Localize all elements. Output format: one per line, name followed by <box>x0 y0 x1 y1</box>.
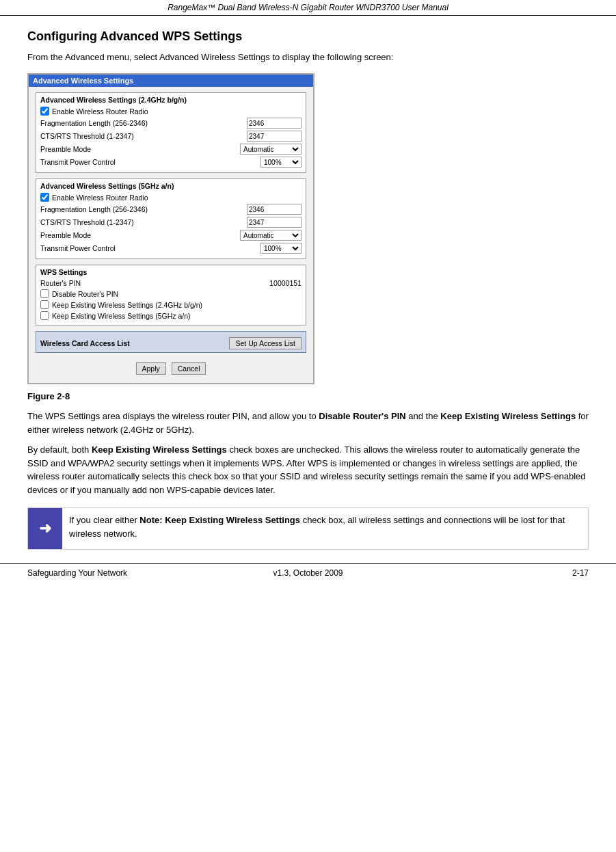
dialog-screenshot: Advanced Wireless Settings Advanced Wire… <box>27 73 314 384</box>
disable-pin-row: Disable Router's PIN <box>40 289 302 298</box>
preamble-24ghz-label: Preamble Mode <box>40 145 240 153</box>
setup-access-list-button[interactable]: Set Up Access List <box>229 337 302 349</box>
page-footer: Safeguarding Your Network v1.3, October … <box>0 563 616 582</box>
enable-5ghz-label: Enable Wireless Router Radio <box>52 194 148 202</box>
keep-24ghz-row: Keep Existing Wireless Settings (2.4GHz … <box>40 300 302 309</box>
section-title: Configuring Advanced WPS Settings <box>27 29 589 44</box>
enable-24ghz-row: Enable Wireless Router Radio <box>40 107 302 116</box>
keep-24ghz-checkbox[interactable] <box>40 300 49 309</box>
frag-24ghz-label: Fragmentation Length (256-2346) <box>40 119 247 127</box>
power-24ghz-select[interactable]: 100% <box>260 157 302 168</box>
preamble-5ghz-label: Preamble Mode <box>40 231 240 239</box>
wps-section: WPS Settings Router's PIN 10000151 Disab… <box>36 265 306 325</box>
note-icon: ➜ <box>28 508 62 549</box>
power-24ghz-label: Transmit Power Control <box>40 158 260 166</box>
body-paragraph-1: The WPS Settings area displays the wirel… <box>27 410 589 436</box>
dialog-title-bar: Advanced Wireless Settings <box>29 75 313 87</box>
arrow-icon: ➜ <box>39 520 51 537</box>
wps-pin-row: Router's PIN 10000151 <box>40 279 302 287</box>
enable-24ghz-checkbox[interactable] <box>40 107 49 116</box>
note-box: ➜ If you clear either Note: Keep Existin… <box>27 507 589 550</box>
power-5ghz-row: Transmit Power Control 100% <box>40 243 302 254</box>
p1-bold2: Keep Existing Wireless Settings <box>440 411 576 421</box>
power-5ghz-select[interactable]: 100% <box>260 243 302 254</box>
p2-start: By default, both <box>27 444 92 455</box>
frag-5ghz-row: Fragmentation Length (256-2346) <box>40 204 302 215</box>
enable-5ghz-row: Enable Wireless Router Radio <box>40 193 302 202</box>
figure-label: Figure 2-8 <box>27 391 589 401</box>
frag-24ghz-row: Fragmentation Length (256-2346) <box>40 118 302 129</box>
power-5ghz-label: Transmit Power Control <box>40 244 260 252</box>
dialog-body: Advanced Wireless Settings (2.4GHz b/g/n… <box>29 87 313 383</box>
footer-center: v1.3, October 2009 <box>273 568 343 578</box>
p1-bold1: Disable Router's PIN <box>319 411 405 421</box>
wps-section-title: WPS Settings <box>40 268 302 276</box>
header-title: RangeMax™ Dual Band Wireless-N Gigabit R… <box>168 3 448 12</box>
access-list-label: Wireless Card Access List <box>40 339 229 347</box>
keep-5ghz-row: Keep Existing Wireless Settings (5GHz a/… <box>40 311 302 320</box>
note-bold-prefix: Note: <box>139 515 165 525</box>
frag-5ghz-label: Fragmentation Length (256-2346) <box>40 205 247 213</box>
frag-5ghz-input[interactable] <box>247 204 302 215</box>
cts-5ghz-label: CTS/RTS Threshold (1-2347) <box>40 218 247 226</box>
section-5ghz-title: Advanced Wireless Settings (5GHz a/n) <box>40 182 302 190</box>
cancel-button[interactable]: Cancel <box>172 362 206 375</box>
intro-text: From the Advanced menu, select Advanced … <box>27 52 589 62</box>
keep-5ghz-label: Keep Existing Wireless Settings (5GHz a/… <box>52 312 191 320</box>
frag-24ghz-input[interactable] <box>247 118 302 129</box>
apply-button[interactable]: Apply <box>136 362 166 375</box>
p1-text: The WPS Settings area displays the wirel… <box>27 411 319 421</box>
disable-pin-label: Disable Router's PIN <box>52 290 118 298</box>
keep-5ghz-checkbox[interactable] <box>40 311 49 320</box>
dialog-buttons: Apply Cancel <box>36 358 306 377</box>
body-paragraph-2: By default, both Keep Existing Wireless … <box>27 443 589 496</box>
preamble-24ghz-select[interactable]: Automatic <box>240 144 302 155</box>
section-24ghz-title: Advanced Wireless Settings (2.4GHz b/g/n… <box>40 96 302 104</box>
section-5ghz: Advanced Wireless Settings (5GHz a/n) En… <box>36 178 306 259</box>
cts-24ghz-label: CTS/RTS Threshold (1-2347) <box>40 132 247 140</box>
enable-24ghz-label: Enable Wireless Router Radio <box>52 107 148 116</box>
page-header: RangeMax™ Dual Band Wireless-N Gigabit R… <box>0 0 616 16</box>
enable-5ghz-checkbox[interactable] <box>40 193 49 202</box>
access-list-row: Wireless Card Access List Set Up Access … <box>40 337 302 349</box>
p2-bold: Keep Existing Wireless Settings <box>92 444 227 455</box>
preamble-5ghz-select[interactable]: Automatic <box>240 230 302 241</box>
note-content: If you clear either Note: Keep Existing … <box>62 508 588 549</box>
cts-5ghz-row: CTS/RTS Threshold (1-2347) <box>40 217 302 228</box>
cts-24ghz-row: CTS/RTS Threshold (1-2347) <box>40 131 302 142</box>
wps-pin-label: Router's PIN <box>40 279 269 287</box>
dialog-title: Advanced Wireless Settings <box>33 77 133 85</box>
note-bold-text: Keep Existing Wireless Settings <box>165 515 300 525</box>
power-24ghz-row: Transmit Power Control 100% <box>40 157 302 168</box>
page-content: Configuring Advanced WPS Settings From t… <box>0 16 616 563</box>
footer-left: Safeguarding Your Network <box>27 568 127 578</box>
cts-5ghz-input[interactable] <box>247 217 302 228</box>
wps-pin-value: 10000151 <box>269 279 302 287</box>
preamble-24ghz-row: Preamble Mode Automatic <box>40 144 302 155</box>
disable-pin-checkbox[interactable] <box>40 289 49 298</box>
p1-mid: and the <box>406 411 441 421</box>
note-prefix: If you clear either <box>69 515 139 525</box>
footer-right: 2-17 <box>572 568 589 578</box>
preamble-5ghz-row: Preamble Mode Automatic <box>40 230 302 241</box>
section-24ghz: Advanced Wireless Settings (2.4GHz b/g/n… <box>36 92 306 173</box>
access-list-section: Wireless Card Access List Set Up Access … <box>36 331 306 353</box>
keep-24ghz-label: Keep Existing Wireless Settings (2.4GHz … <box>52 301 202 309</box>
cts-24ghz-input[interactable] <box>247 131 302 142</box>
